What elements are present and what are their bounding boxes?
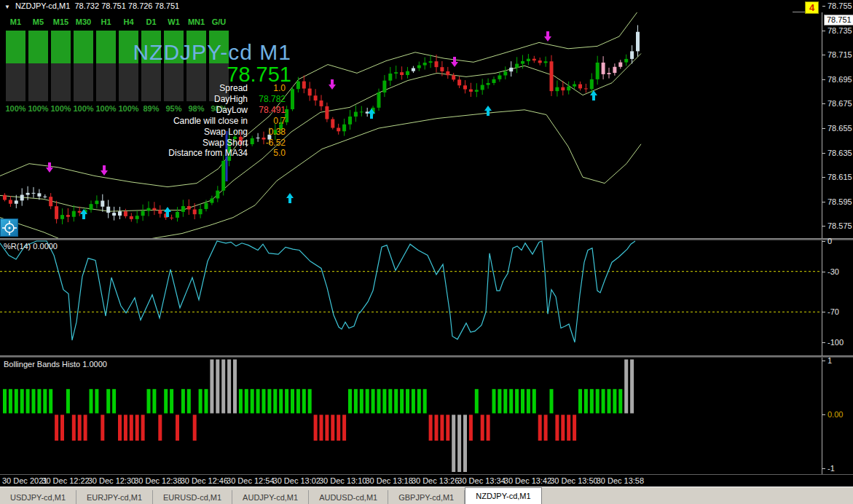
axis-tick-mark: [822, 226, 825, 227]
wr-canvas: [0, 240, 822, 355]
price-axis[interactable]: 78.75578.73578.71578.69578.67578.65578.6…: [822, 12, 853, 238]
gauge-percent: 100%: [25, 104, 51, 113]
candle-body: [348, 117, 352, 125]
gauge-timeframe-label[interactable]: M1: [4, 17, 27, 26]
candle-body: [141, 211, 145, 216]
chart-tab-nzdjpy[interactable]: NZDJPY-cd,M1: [465, 487, 541, 504]
info-label: Distance from MA34: [168, 148, 248, 158]
candle-body: [515, 64, 519, 68]
price-tick-label: 78.575: [828, 221, 852, 230]
current-price-box: 78.751: [824, 15, 853, 25]
histo-bar: [584, 389, 588, 413]
histo-bar: [130, 415, 133, 441]
candle-body: [429, 61, 433, 63]
gauge-timeframe-label[interactable]: G/U: [208, 17, 230, 26]
histo-bar: [49, 389, 52, 413]
histo-bar: [475, 389, 479, 413]
chart-tab-gbpjpy[interactable]: GBPJPY-cd,M1: [388, 490, 465, 504]
candle-body: [423, 63, 427, 66]
price-tick-label: 78.675: [828, 99, 852, 108]
sell-arrow-icon: [46, 162, 53, 173]
time-axis[interactable]: 30 Dec 202130 Dec 12:2230 Dec 12:3030 De…: [0, 474, 853, 487]
gauge-timeframe-label[interactable]: H1: [95, 17, 117, 26]
candle-body: [210, 198, 213, 202]
histo-bar: [55, 415, 58, 441]
candle-body: [573, 84, 576, 87]
candle-body: [377, 92, 381, 108]
chevron-down-icon[interactable]: ▼: [4, 4, 10, 10]
candle-body: [320, 101, 323, 106]
williams-percent-r-panel[interactable]: [0, 240, 822, 355]
candle-body: [90, 204, 93, 210]
histo-bar: [164, 389, 168, 413]
gauge-timeframe-label[interactable]: M30: [72, 17, 95, 26]
histo-bar: [360, 389, 363, 413]
histo-bar: [400, 389, 404, 413]
axis-tick-mark: [822, 103, 825, 104]
bollinger-histo-panel[interactable]: [0, 358, 822, 474]
gauge-timeframe-label[interactable]: H4: [117, 17, 140, 26]
candle-body: [78, 211, 82, 213]
candle-body: [37, 193, 41, 196]
chart-title-bar: ▼NZDJPY-cd,M1 78.732 78.751 78.726 78.75…: [0, 0, 853, 12]
gauge-percent: 100%: [116, 104, 141, 113]
histo-bar: [429, 415, 433, 441]
candle-body: [181, 206, 185, 212]
histo-bar: [26, 389, 30, 413]
gauge-timeframe-label[interactable]: M15: [50, 17, 72, 26]
time-tick-label: 30 Dec 12:22: [42, 476, 89, 485]
info-value: 5.0: [273, 148, 286, 158]
candle-body: [66, 215, 70, 217]
price-tick-label: 78.655: [828, 124, 852, 133]
wr-axis[interactable]: 0-30-70-100: [822, 240, 853, 355]
gauge-percent: 95%: [161, 104, 186, 113]
chart-tab-audjpy[interactable]: AUDJPY-cd,M1: [232, 490, 309, 504]
candle-body: [544, 61, 548, 63]
chart-tab-eurusd[interactable]: EURUSD-cd,M1: [153, 490, 232, 504]
candle-body: [584, 88, 588, 89]
chart-tab-usdjpy[interactable]: USDJPY-cd,M1: [0, 490, 76, 504]
sell-arrow-icon: [329, 79, 336, 90]
histo-bar: [72, 415, 76, 441]
candle-body: [463, 85, 467, 89]
info-label: DayHigh: [214, 94, 248, 104]
candle-body: [106, 207, 110, 213]
histo-bar: [555, 415, 559, 441]
histo-bar: [66, 389, 70, 413]
gauge-timeframe-label[interactable]: W1: [162, 17, 185, 26]
candle-body: [394, 72, 398, 74]
histo-bar: [95, 389, 98, 413]
histo-bar: [90, 389, 93, 413]
crosshair-tool-button[interactable]: [0, 218, 18, 237]
chart-tab-audusd[interactable]: AUDUSD-cd,M1: [309, 490, 388, 504]
gauge-timeframe-label[interactable]: M5: [27, 17, 50, 26]
info-label: Spread: [219, 83, 248, 93]
candle-body: [205, 203, 208, 209]
chart-tab-eurjpy[interactable]: EURJPY-cd,M1: [76, 490, 153, 504]
candle-body: [302, 82, 306, 89]
histo-bar: [354, 389, 358, 413]
candle-body: [221, 161, 225, 191]
gauge-timeframe-label[interactable]: D1: [140, 17, 162, 26]
wr-line: [0, 241, 635, 342]
candle-body: [440, 67, 444, 71]
histo-axis[interactable]: 10.00-1: [822, 358, 853, 474]
histo-bar: [527, 389, 530, 413]
gauge-timeframe-label[interactable]: MN1: [185, 17, 208, 26]
candle-body: [360, 111, 363, 112]
candle-body: [26, 193, 30, 195]
candle-body: [550, 61, 554, 91]
histo-bar: [348, 389, 352, 413]
axis-tick-mark: [822, 6, 825, 7]
candle-body: [95, 201, 98, 205]
histo-bar: [101, 415, 104, 441]
candle-body: [555, 87, 559, 91]
time-tick-label: 30 Dec 13:02: [273, 476, 321, 485]
axis-tick-mark: [822, 468, 825, 469]
histo-bar: [181, 389, 185, 413]
histo-bar: [3, 389, 7, 413]
gauge-percent: 98%: [184, 104, 209, 113]
histo-bar: [412, 389, 415, 413]
time-tick-label: 30 Dec 13:50: [550, 476, 597, 485]
price-tick-label: 78.735: [828, 26, 852, 35]
